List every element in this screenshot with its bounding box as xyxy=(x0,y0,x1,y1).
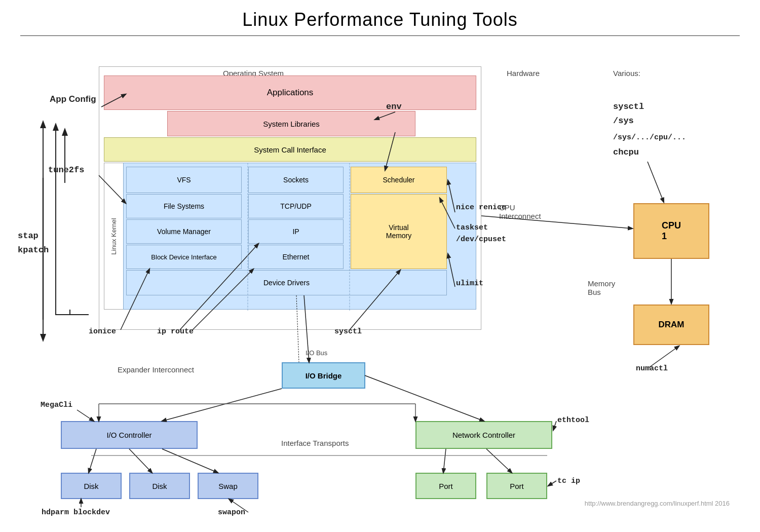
interface-transports-label: Interface Transports xyxy=(281,439,349,447)
tool-tc-ip: tc ip xyxy=(557,477,580,485)
scheduler-box: Scheduler xyxy=(351,167,447,193)
disk2-box: Disk xyxy=(129,473,190,499)
tool-ionice: ionice xyxy=(89,327,116,336)
svg-line-19 xyxy=(89,449,96,473)
tool-sysctl-bottom: sysctl xyxy=(334,327,362,336)
tool-sysctl-top: sysctl xyxy=(613,102,644,111)
tool-hdparm-blockdev: hdparm blockdev xyxy=(42,508,110,517)
volume-manager-box: Volume Manager xyxy=(126,219,242,244)
tool-chcpu: chcpu xyxy=(613,147,639,157)
svg-line-17 xyxy=(162,389,282,421)
disk1-box: Disk xyxy=(61,473,122,499)
tcpudp-box: TCP/UDP xyxy=(248,194,344,218)
svg-line-31 xyxy=(548,481,556,486)
io-bus-label: I/O Bus xyxy=(306,349,327,357)
tool-ethtool: ethtool xyxy=(557,416,589,425)
io-bridge-box: I/O Bridge xyxy=(282,362,365,389)
svg-line-23 xyxy=(486,449,512,473)
port1-box: Port xyxy=(415,473,476,499)
tool-numactl: numactl xyxy=(636,364,668,373)
tool-ip-route: ip route xyxy=(157,327,194,336)
tool-nice-renice: nice renice xyxy=(456,203,506,212)
tool-megacli: MegaCli xyxy=(41,401,72,409)
file-systems-box: File Systems xyxy=(126,194,242,218)
page-title: Linux Performance Tuning Tools xyxy=(0,0,760,35)
tool-env: env xyxy=(386,102,402,111)
expander-label: Expander Interconnect xyxy=(118,365,194,374)
hardware-section-label: Hardware xyxy=(507,69,540,78)
kernel-label-text: Linux Kernel xyxy=(110,218,118,254)
tool-taskset: taskset xyxy=(456,223,488,232)
virtual-memory-box: Virtual Memory xyxy=(351,194,447,269)
kernel-label-wrap: Linux Kernel xyxy=(104,163,123,310)
block-device-interface-box: Block Device Interface xyxy=(126,245,242,269)
svg-line-30 xyxy=(553,421,556,430)
various-section-label: Various: xyxy=(613,69,640,78)
svg-line-7 xyxy=(648,162,664,202)
tool-swapon: swapon xyxy=(218,508,245,517)
tool-stap: stap xyxy=(18,231,39,241)
svg-line-22 xyxy=(443,449,446,473)
tool-kpatch: kpatch xyxy=(18,245,49,255)
tool-sys: /sys xyxy=(613,116,634,126)
svg-line-24 xyxy=(77,410,94,421)
tool-dev-cpuset: /dev/cpuset xyxy=(456,235,506,244)
url-label: http://www.brendangregg.com/linuxperf.ht… xyxy=(585,500,730,507)
tool-sys-cpu: /sys/.../cpu/... xyxy=(613,133,686,142)
applications-layer: Applications xyxy=(104,75,476,110)
ip-box: IP xyxy=(248,219,344,244)
svg-line-20 xyxy=(129,449,152,473)
port2-box: Port xyxy=(486,473,547,499)
diagram-area: Operating System Hardware Various: Expan… xyxy=(0,36,760,522)
tool-tune2fs: tune2fs xyxy=(48,165,84,175)
memory-bus-label: Memory Bus xyxy=(588,279,615,296)
tool-app-config: App Config xyxy=(50,94,96,104)
device-drivers-box: Device Drivers xyxy=(126,270,447,295)
sockets-box: Sockets xyxy=(248,167,344,193)
system-libraries-layer: System Libraries xyxy=(167,111,415,136)
ethernet-box: Ethernet xyxy=(248,245,344,269)
vfs-box: VFS xyxy=(126,167,242,193)
svg-line-18 xyxy=(365,375,484,421)
io-controller-box: I/O Controller xyxy=(61,421,198,449)
network-controller-box: Network Controller xyxy=(415,421,552,449)
cpu-box: CPU 1 xyxy=(633,203,709,259)
dram-box: DRAM xyxy=(633,305,709,345)
tool-ulimit: ulimit xyxy=(456,279,483,288)
svg-line-21 xyxy=(162,449,218,473)
swap-box: Swap xyxy=(198,473,258,499)
syscall-layer: System Call Interface xyxy=(104,137,476,162)
